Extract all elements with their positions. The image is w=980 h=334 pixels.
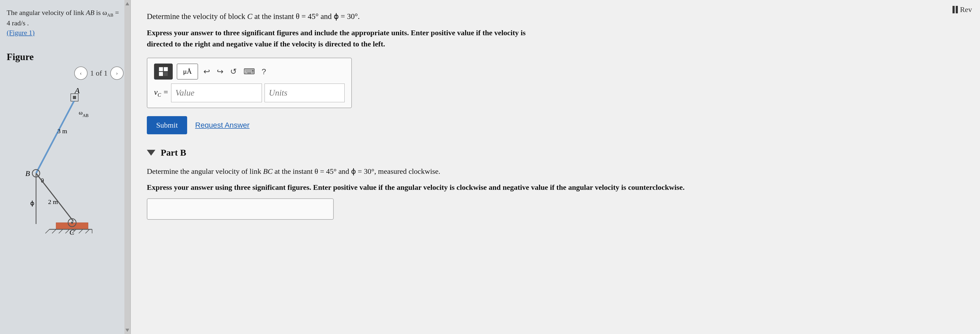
- left-panel: The angular velocity of link AB is ωAB =…: [0, 0, 131, 334]
- keyboard-button[interactable]: ⌨: [242, 65, 256, 78]
- svg-rect-27: [164, 67, 168, 71]
- request-answer-button[interactable]: Request Answer: [195, 121, 250, 129]
- svg-rect-26: [159, 67, 163, 71]
- svg-line-19: [52, 229, 56, 233]
- part-b-answer-box: [147, 198, 334, 220]
- svg-rect-2: [73, 96, 76, 99]
- right-panel: Rev Determine the velocity of block C at…: [131, 0, 980, 334]
- submit-button[interactable]: Submit: [147, 116, 187, 134]
- scroll-down-arrow[interactable]: [126, 329, 129, 332]
- top-right-corner: Rev: [953, 5, 972, 14]
- svg-rect-28: [159, 72, 163, 76]
- svg-line-23: [79, 229, 83, 233]
- prev-arrow[interactable]: ‹: [74, 67, 88, 80]
- input-row: vC =: [154, 84, 345, 102]
- svg-line-12: [36, 173, 73, 221]
- problem-statement: The angular velocity of link AB is ωAB =…: [7, 8, 124, 38]
- part-b-instructions: Express your answer using three signific…: [147, 182, 964, 193]
- figure-nav: ‹ 1 of 1 ›: [7, 67, 124, 80]
- scroll-up-arrow[interactable]: [126, 2, 129, 5]
- part-b-header: Part B: [147, 148, 964, 158]
- svg-rect-29: [164, 72, 168, 76]
- part-b-label: Part B: [161, 148, 186, 158]
- vc-label: vC =: [154, 87, 169, 98]
- expand-icon[interactable]: [147, 150, 155, 156]
- matrix-icon: [159, 67, 168, 76]
- help-button[interactable]: ?: [260, 66, 267, 78]
- undo-button[interactable]: ↩: [202, 65, 212, 78]
- next-arrow[interactable]: ›: [110, 67, 124, 80]
- scrollbar[interactable]: [124, 0, 130, 334]
- pause-icon: [953, 6, 958, 13]
- page-indicator: 1 of 1: [90, 69, 108, 78]
- svg-text:ϕ: ϕ: [30, 200, 35, 207]
- refresh-button[interactable]: ↺: [229, 65, 238, 78]
- diagram-svg: A ωAB 3 m B θ ϕ 2 m C: [7, 83, 124, 243]
- svg-text:3 m: 3 m: [57, 127, 67, 135]
- svg-line-24: [86, 229, 89, 233]
- svg-text:ωAB: ωAB: [79, 109, 89, 118]
- svg-point-16: [71, 222, 73, 224]
- figure-link[interactable]: (Figure 1): [7, 29, 35, 37]
- svg-line-21: [65, 229, 69, 233]
- review-label: Rev: [960, 5, 972, 14]
- pause-bar-1: [953, 6, 955, 13]
- svg-text:B: B: [25, 169, 30, 178]
- svg-line-3: [36, 101, 74, 173]
- redo-button[interactable]: ↪: [215, 65, 225, 78]
- answer-box: μÅ ↩ ↪ ↺ ⌨ ? vC =: [147, 58, 352, 108]
- diagram-area: A ωAB 3 m B θ ϕ 2 m C: [7, 83, 124, 326]
- question-main: Determine the velocity of block C at the…: [147, 11, 964, 22]
- question-instructions: Express your answer to three significant…: [147, 27, 964, 50]
- mu-button[interactable]: μÅ: [177, 64, 198, 80]
- part-b-question: Determine the angular velocity of link B…: [147, 166, 964, 177]
- actions-row: Submit Request Answer: [147, 116, 964, 134]
- svg-line-18: [45, 229, 49, 233]
- units-input[interactable]: [264, 84, 345, 102]
- pause-bar-2: [956, 6, 958, 13]
- figure-label: Figure: [7, 51, 124, 62]
- toolbar: μÅ ↩ ↪ ↺ ⌨ ?: [154, 64, 345, 80]
- svg-line-20: [59, 229, 63, 233]
- matrix-button[interactable]: [154, 64, 173, 80]
- value-input[interactable]: [171, 84, 262, 102]
